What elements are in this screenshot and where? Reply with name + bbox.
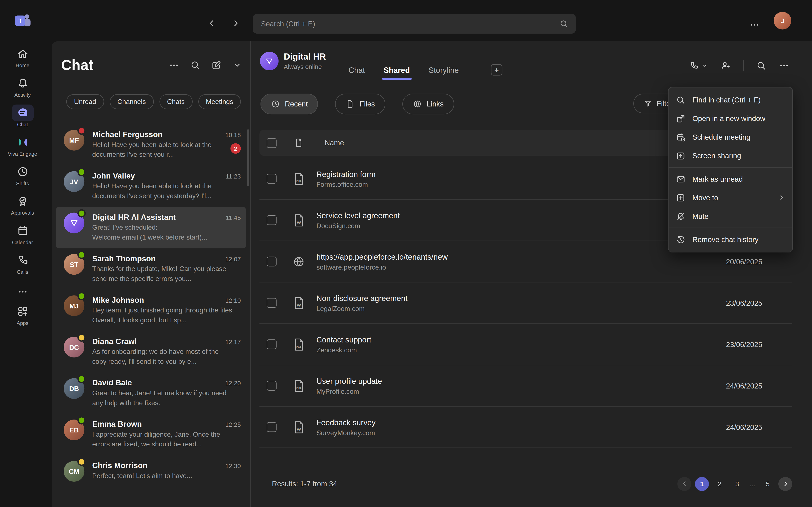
tab-shared[interactable]: Shared	[384, 65, 410, 74]
add-tab-button[interactable]: +	[491, 64, 502, 76]
chat-list-item[interactable]: EB Emma Brown12:25 I appreciate your dil…	[56, 414, 246, 455]
row-checkbox[interactable]	[267, 298, 276, 308]
chat-list-item-selected[interactable]: Digital HR AI Assistant11:45 Great! I've…	[56, 207, 246, 248]
row-checkbox[interactable]	[267, 257, 276, 267]
file-title[interactable]: Feedback survey	[316, 418, 375, 427]
mail-icon	[676, 174, 686, 184]
rail-item-activity[interactable]: Activity	[0, 77, 45, 98]
menu-item-mark-as-unread[interactable]: Mark as unread	[669, 170, 792, 188]
topbar-more-button[interactable]	[749, 20, 760, 30]
rail-more-button[interactable]	[17, 287, 28, 297]
rail-label: Calendar	[12, 239, 33, 245]
digital-hr-logo-icon	[69, 218, 79, 228]
menu-divider	[669, 167, 792, 168]
chat-list-item[interactable]: CM Chris Morrison12:30 Perfect, team! Le…	[56, 455, 246, 497]
add-people-button[interactable]	[720, 61, 731, 71]
files-pill[interactable]: Files	[335, 94, 385, 114]
rail-item-approvals[interactable]: Approvals	[0, 195, 45, 216]
menu-item-remove-chat-history[interactable]: Remove chat history	[669, 230, 792, 249]
presence-away-dot	[79, 459, 84, 464]
chat-list-item[interactable]: JV John Valley11:23 Hello! Have you been…	[56, 166, 246, 207]
shared-file-row[interactable]: PDF Contact supportZendesk.com 23/06/202…	[259, 324, 792, 365]
file-title[interactable]: Registration form	[316, 169, 375, 178]
link-title[interactable]: https://app.peopleforce.io/tenants/new	[316, 252, 448, 261]
file-title[interactable]: User profile update	[316, 377, 382, 385]
row-checkbox[interactable]	[267, 422, 276, 432]
svg-text:W: W	[297, 302, 301, 307]
rail-item-calendar[interactable]: Calendar	[0, 225, 45, 245]
chat-list-item[interactable]: DC Diana Crawl12:17 As for onboarding: w…	[56, 331, 246, 373]
menu-item-open-new-window[interactable]: Open in a new window	[669, 109, 792, 128]
file-title[interactable]: Service level agreement	[316, 211, 400, 220]
chevron-right-icon	[231, 18, 240, 28]
tab-chat[interactable]: Chat	[349, 65, 365, 74]
page-button-1[interactable]: 1	[695, 477, 709, 491]
page-button-2[interactable]: 2	[713, 477, 726, 491]
chat-search-button[interactable]	[190, 60, 200, 70]
call-button[interactable]	[689, 61, 708, 71]
rail-item-apps[interactable]: Apps	[0, 305, 45, 326]
shared-file-row[interactable]: PDF User profile updateMyProfile.com 24/…	[259, 365, 792, 407]
chat-sender-name: Chris Morrison	[92, 461, 147, 470]
tab-storyline[interactable]: Storyline	[428, 65, 459, 74]
shared-file-row[interactable]: W Non-disclosure agreementLegalZoom.com …	[259, 282, 792, 324]
nav-forward-button[interactable]	[231, 18, 240, 28]
chat-timestamp: 11:23	[225, 173, 241, 180]
filter-meetings[interactable]: Meetings	[198, 94, 241, 109]
file-source: Zendesk.com	[316, 346, 371, 354]
shared-file-row[interactable]: W Feedback surveySurveyMonkey.com 24/06/…	[259, 407, 792, 448]
chat-message-preview: As for onboarding: we do have most of th…	[92, 347, 241, 367]
rail-item-viva-engage[interactable]: Viva Engage	[0, 136, 45, 157]
rail-item-shifts[interactable]: Shifts	[0, 166, 45, 186]
page-button-3[interactable]: 3	[730, 477, 744, 491]
menu-item-find-in-chat[interactable]: Find in chat (Ctrl + F)	[669, 91, 792, 109]
file-title[interactable]: Contact support	[316, 335, 371, 344]
teams-logo[interactable]: T	[13, 11, 32, 30]
row-checkbox[interactable]	[267, 174, 276, 184]
prev-page-button[interactable]	[677, 477, 691, 491]
page-ellipsis: ...	[748, 477, 757, 491]
chat-list-item[interactable]: DB David Bale12:20 Great to hear, Jane! …	[56, 373, 246, 414]
chat-list-scrollbar[interactable]	[247, 129, 249, 186]
links-pill[interactable]: Links	[402, 94, 454, 114]
chat-list-item[interactable]: MJ Mike Johnson12:10 Hey team, I just fi…	[56, 290, 246, 331]
menu-divider	[669, 228, 792, 228]
screen-share-icon	[676, 151, 686, 161]
menu-item-schedule-meeting[interactable]: Schedule meeting	[669, 128, 792, 147]
select-all-checkbox[interactable]	[267, 138, 276, 148]
chat-expand-button[interactable]	[233, 61, 242, 70]
new-chat-button[interactable]	[211, 60, 221, 70]
conversation-more-button[interactable]	[779, 61, 789, 71]
recent-pill[interactable]: Recent	[260, 94, 318, 114]
ellipsis-icon	[169, 60, 179, 70]
next-page-button[interactable]	[778, 477, 792, 491]
chat-sender-name: Michael Fergusson	[92, 130, 163, 139]
chevron-right-icon	[778, 194, 785, 201]
rail-item-calls[interactable]: Calls	[0, 254, 45, 275]
filter-unread[interactable]: Unread	[66, 94, 104, 109]
menu-item-label: Remove chat history	[692, 235, 759, 243]
chat-list-item[interactable]: MF Michael Fergusson10:18 Hello! Have yo…	[56, 124, 246, 166]
file-title[interactable]: Non-disclosure agreement	[316, 294, 407, 302]
row-checkbox[interactable]	[267, 381, 276, 391]
menu-item-move-to[interactable]: Move to	[669, 188, 792, 207]
menu-item-mute[interactable]: Mute	[669, 207, 792, 226]
page-button-5[interactable]: 5	[761, 477, 775, 491]
chat-more-button[interactable]	[169, 60, 179, 70]
nav-back-button[interactable]	[207, 18, 216, 28]
search-icon	[559, 19, 569, 29]
svg-text:T: T	[18, 17, 22, 25]
row-checkbox[interactable]	[267, 215, 276, 225]
results-footer: Results: 1-7 from 34 1 2 3 ... 5	[272, 472, 792, 495]
find-in-chat-button[interactable]	[756, 61, 767, 71]
svg-text:W: W	[297, 220, 301, 225]
rail-item-chat[interactable]: Chat	[0, 107, 45, 127]
global-search-input[interactable]	[253, 14, 576, 34]
filter-chats[interactable]: Chats	[159, 94, 192, 109]
filter-channels[interactable]: Channels	[109, 94, 154, 109]
user-avatar[interactable]: J	[774, 12, 791, 30]
menu-item-screen-sharing[interactable]: Screen sharing	[669, 147, 792, 165]
chat-list-item[interactable]: ST Sarah Thompson12:07 Thanks for the up…	[56, 248, 246, 290]
row-checkbox[interactable]	[267, 339, 276, 349]
rail-item-home[interactable]: Home	[0, 48, 45, 68]
